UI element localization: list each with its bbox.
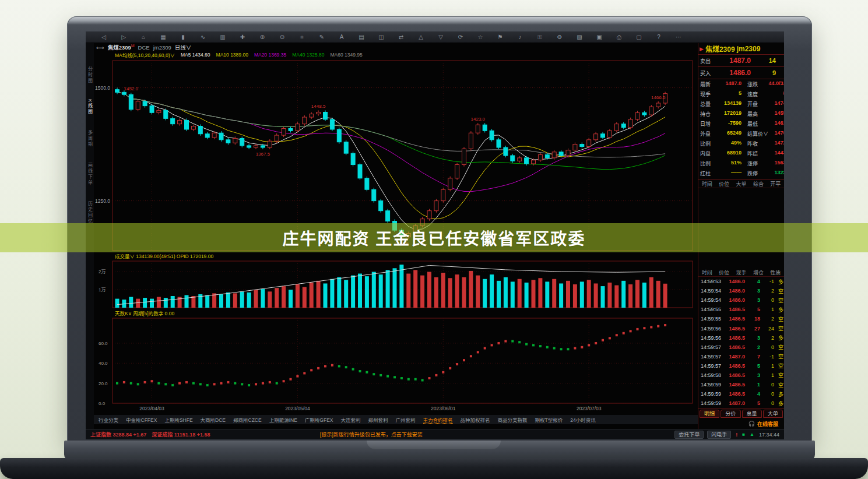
svg-text:成交量∨ 134139.00(49:51) OPID 17: 成交量∨ 134139.00(49:51) OPID 172019.00 [115, 253, 213, 259]
trade-list[interactable]: 14:59:531486.04-1多14:59:541486.032空14:59… [698, 277, 784, 408]
quote-tab-明细[interactable]: 明细 [700, 410, 719, 418]
trade-row-12[interactable]: 14:59:591486.540多 [698, 389, 784, 399]
vtab-2[interactable]: 多周期 [87, 130, 93, 147]
svg-text:1423.0: 1423.0 [471, 117, 486, 122]
trade-row-0[interactable]: 14:59:531486.04-1多 [698, 277, 784, 286]
resize-icon[interactable]: ⟷ [96, 44, 104, 51]
settings-icon[interactable]: ⚙ [550, 32, 570, 43]
alert-icon[interactable]: ♪ [510, 32, 530, 43]
favorite-icon[interactable]: ☆ [470, 32, 490, 43]
bottom-tab-8[interactable]: 郑州套利 [368, 416, 388, 423]
bottom-tab-2[interactable]: 上期所SHFE [164, 416, 192, 423]
ask-row[interactable]: 卖出 1487.0 14 [698, 55, 784, 67]
help-icon[interactable]: ? [649, 32, 669, 43]
layers-icon[interactable]: ▤ [352, 32, 371, 43]
print-icon[interactable]: ⎙ [609, 32, 629, 43]
ruler-icon[interactable]: ⌗ [292, 32, 312, 43]
split-view-icon[interactable]: ◫ [371, 32, 391, 43]
app-toolbar: ◁▷⌂▦▮∿▥✚⊕⊖⌗✎A▤◫⇄△▽⟳☆⚑♪⚿⚙▨▣⎙▢?⋯ [86, 31, 784, 43]
bottom-tab-9[interactable]: 广州套利 [396, 416, 416, 423]
bottom-tab-4[interactable]: 郑商所CZCE [233, 416, 262, 423]
trade-row-8[interactable]: 14:59:571487.07-1空 [698, 352, 784, 361]
quote-tab-大单[interactable]: 大单 [763, 410, 783, 418]
zoom-in-icon[interactable]: ⊕ [252, 32, 272, 43]
bottom-tab-1[interactable]: 中金所CFFEX [126, 416, 157, 423]
quote-grid-row-9: 红柱——跌停1322.5 [698, 170, 784, 179]
vtab-4[interactable]: 历史回忆 [87, 201, 93, 224]
update-notice[interactable]: [提示]新版行情升级包已发布，点击下载安装 [320, 431, 423, 438]
palette-icon[interactable]: ▨ [570, 32, 589, 43]
ma-value-MA40: MA40 1325.80 [292, 52, 324, 58]
cross-cursor-icon[interactable]: ✚ [233, 32, 252, 43]
quote-grid-row-4: 日增-7590最低1461.0 [698, 120, 784, 130]
flag-icon[interactable]: ⚑ [490, 32, 510, 43]
line-chart-icon[interactable]: ∿ [193, 32, 213, 43]
overlay-banner[interactable]: 庄牛网配资 王金良已任安徽省军区政委 [0, 223, 868, 252]
trade-row-11[interactable]: 14:59:591486.510空 [698, 380, 784, 389]
up-arrow-icon[interactable]: △ [411, 32, 431, 43]
zoom-out-icon[interactable]: ⊖ [272, 32, 292, 43]
contract-code: jm2309 [153, 44, 171, 51]
bottom-tab-11[interactable]: 品种加权排名 [461, 416, 490, 423]
bottom-tab-6[interactable]: 广期所GFEX [305, 416, 333, 423]
bid-row[interactable]: 买入 1486.0 9 [698, 67, 784, 79]
vtab-1[interactable]: K线图 [87, 99, 93, 115]
status-bar: 上证指数 3288.84 +1.67 深证成指 11151.18 +1.58 [… [86, 429, 784, 439]
status-chips: 委托下单闪电手 [674, 431, 731, 439]
more-icon[interactable]: ⋯ [669, 32, 688, 43]
trade-row-7[interactable]: 14:59:571486.520空 [698, 343, 784, 352]
ma-value-MA60: MA60 1349.95 [330, 52, 362, 58]
svg-text:40.0: 40.0 [99, 361, 108, 366]
trade-row-9[interactable]: 14:59:571486.551空 [698, 361, 784, 371]
ma-indicator-header[interactable]: MA均线(5,10,20,40,60,0)∨MA5 1434.60MA10 13… [94, 51, 698, 58]
quote-code: jm2309 [737, 45, 761, 53]
quote-grid-row-2: 总量134139开盘1474.0 [698, 100, 784, 110]
grid-icon[interactable]: ▦ [153, 32, 173, 43]
compare-icon[interactable]: ⇄ [391, 32, 411, 43]
connection-indicator: ■ [742, 432, 745, 437]
refresh-icon[interactable]: ⟳ [451, 32, 470, 43]
trade-row-4[interactable]: 14:59:551486.5182空 [698, 314, 784, 323]
online-service[interactable]: 🎧 在线客服 [698, 418, 784, 429]
bottom-tab-12[interactable]: 商品分类指数 [498, 416, 528, 423]
bid-price: 1486.0 [715, 69, 751, 77]
trade-row-3[interactable]: 14:59:551486.551多 [698, 305, 784, 314]
bottom-tab-5[interactable]: 上期能源INE [269, 416, 297, 423]
trade-row-6[interactable]: 14:59:561486.532多 [698, 333, 784, 343]
bottom-tab-14[interactable]: 24小时资讯 [570, 416, 595, 423]
forward-icon[interactable]: ▷ [114, 32, 133, 43]
trade-row-13[interactable]: 14:59:591487.050多 [698, 399, 784, 408]
vtab-3[interactable]: 画线下单 [87, 163, 93, 186]
bottom-tab-13[interactable]: 期权T型报价 [535, 416, 563, 423]
status-chip-0[interactable]: 委托下单 [674, 431, 704, 439]
lock-icon[interactable]: ⚿ [530, 32, 550, 43]
bottom-tab-0[interactable]: 行业分类 [99, 416, 118, 423]
trade-row-2[interactable]: 14:59:541486.030空 [698, 295, 784, 305]
quote-tab-分价[interactable]: 分价 [721, 410, 740, 418]
period-selector[interactable]: 日线∨ [175, 43, 192, 51]
bottom-tab-7[interactable]: 大连套利 [340, 416, 360, 423]
trade-row-1[interactable]: 14:59:541486.032空 [698, 286, 784, 295]
trade-row-10[interactable]: 14:59:581486.531空 [698, 371, 784, 380]
quote-tab-总量[interactable]: 总量 [742, 410, 762, 418]
text-tool-icon[interactable]: A [332, 32, 352, 43]
quote-tabs: 明细分价总量大单 [698, 408, 784, 418]
back-icon[interactable]: ◁ [94, 32, 114, 43]
bottom-tab-3[interactable]: 大商所DCE [201, 416, 226, 423]
save-icon[interactable]: ▣ [589, 32, 609, 43]
quote-grid-row-0: 最新1487.0涨跌44.0/3.05 [698, 80, 784, 90]
down-arrow-icon[interactable]: ▽ [431, 32, 451, 43]
signal-indicator: ▲ [750, 432, 754, 437]
draw-icon[interactable]: ✎ [312, 32, 332, 43]
bottom-tab-10[interactable]: 主力合约排名 [423, 416, 453, 424]
status-chip-1[interactable]: 闪电手 [707, 431, 731, 439]
trade-row-5[interactable]: 14:59:561486.52724空 [698, 323, 784, 333]
home-icon[interactable]: ⌂ [133, 32, 153, 43]
page: ◁▷⌂▦▮∿▥✚⊕⊖⌗✎A▤◫⇄△▽⟳☆⚑♪⚿⚙▨▣⎙▢?⋯ 分时图K线图多周期… [0, 0, 868, 479]
vtab-0[interactable]: 分时图 [87, 66, 93, 84]
svg-text:60.0: 60.0 [99, 341, 108, 346]
candlestick-icon[interactable]: ▮ [173, 32, 193, 43]
snapshot-icon[interactable]: ▢ [629, 32, 649, 43]
bar-chart-icon[interactable]: ▥ [213, 32, 233, 43]
online-service-label: 在线客服 [757, 420, 778, 428]
